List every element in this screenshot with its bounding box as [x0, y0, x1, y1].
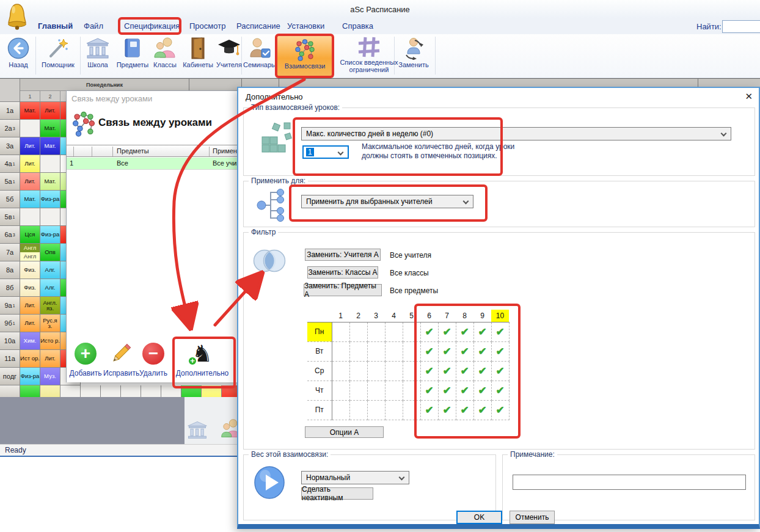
- class-label[interactable]: 9а1: [0, 297, 20, 315]
- class-label[interactable]: 4а1: [0, 155, 20, 173]
- lesson-cell[interactable]: Мат.: [20, 191, 40, 208]
- class-label[interactable]: 8б: [0, 279, 20, 297]
- lesson-cell[interactable]: [20, 208, 40, 226]
- lesson-cell[interactable]: Мат.: [40, 173, 60, 191]
- grid-row-label-Чт[interactable]: Чт: [307, 381, 332, 400]
- menu-item-timetable[interactable]: Расписание: [236, 21, 280, 31]
- grid-cell[interactable]: ✔: [438, 361, 456, 381]
- grid-cell[interactable]: [367, 322, 385, 341]
- link-type-select[interactable]: Макс. количество дней в неделю (#0): [301, 127, 731, 140]
- menu-item-view[interactable]: Просмотр: [189, 21, 225, 31]
- grid-cell[interactable]: [385, 361, 403, 381]
- grid-cell[interactable]: [403, 400, 420, 420]
- grid-cell[interactable]: [385, 322, 403, 341]
- grid-cell[interactable]: [367, 341, 385, 361]
- weight-select[interactable]: Нормальный: [301, 471, 409, 484]
- lesson-cell[interactable]: [40, 208, 60, 226]
- grid-cell[interactable]: ✔: [491, 341, 509, 361]
- grid-cell[interactable]: [367, 361, 385, 381]
- grid-cell[interactable]: ✔: [420, 400, 438, 420]
- grid-col-header-8[interactable]: 8: [456, 310, 473, 322]
- lesson-cell[interactable]: Физ-ра: [40, 226, 60, 244]
- advanced-button[interactable]: ♞+ Дополнительно: [172, 340, 233, 378]
- grid-col-header-10[interactable]: 10: [491, 310, 509, 322]
- grid-cell[interactable]: ✔: [456, 381, 473, 400]
- class-label[interactable]: 9б1: [0, 315, 20, 332]
- lesson-cell[interactable]: [40, 385, 60, 397]
- lesson-cell[interactable]: Исто р.: [40, 332, 60, 350]
- grid-col-header-7[interactable]: 7: [438, 310, 456, 322]
- lesson-cell[interactable]: Англ. яз.: [40, 297, 60, 315]
- close-icon[interactable]: ✕: [745, 91, 753, 102]
- grid-cell[interactable]: [349, 381, 367, 400]
- class-label[interactable]: 1а: [0, 102, 20, 120]
- menu-item-specification[interactable]: Спецификация: [124, 21, 180, 31]
- lesson-cell[interactable]: [60, 385, 81, 397]
- grid-cell[interactable]: [349, 341, 367, 361]
- lesson-cell[interactable]: Мат.: [40, 120, 60, 137]
- grid-cell[interactable]: ✔: [491, 381, 509, 400]
- lesson-cell[interactable]: [81, 385, 101, 397]
- lesson-cell[interactable]: Хим.: [20, 332, 40, 350]
- ok-button[interactable]: OK: [456, 511, 502, 524]
- lesson-cell[interactable]: Цся: [20, 226, 40, 244]
- lesson-cell[interactable]: [181, 385, 202, 397]
- grid-cell[interactable]: [332, 381, 349, 400]
- grid-row-label-Ср[interactable]: Ср: [307, 361, 332, 381]
- grid-cell[interactable]: ✔: [438, 400, 456, 420]
- class-label[interactable]: 5б: [0, 191, 20, 208]
- lesson-cell[interactable]: [121, 385, 141, 397]
- class-label[interactable]: 6а3: [0, 226, 20, 244]
- grid-cell[interactable]: ✔: [491, 361, 509, 381]
- lesson-cell[interactable]: [202, 385, 222, 397]
- grid-col-header-6[interactable]: 6: [420, 310, 438, 322]
- grid-cell[interactable]: ✔: [473, 322, 491, 341]
- lesson-cell[interactable]: [40, 155, 60, 173]
- grid-cell[interactable]: [403, 361, 420, 381]
- grid-cell[interactable]: [385, 400, 403, 420]
- class-label[interactable]: 2а3: [0, 120, 20, 137]
- school-building-icon[interactable]: [187, 420, 208, 442]
- deactivate-button[interactable]: Сделать неактивным: [301, 487, 373, 500]
- grid-cell[interactable]: [403, 322, 420, 341]
- lesson-cell[interactable]: Физ-ра: [40, 191, 60, 208]
- toolbar-button-wizard[interactable]: Помощник: [38, 35, 78, 77]
- grid-cell[interactable]: [349, 322, 367, 341]
- lesson-cell[interactable]: [20, 120, 40, 137]
- lesson-cell[interactable]: Алг.: [40, 279, 60, 297]
- lesson-cell[interactable]: Лит.: [20, 155, 40, 173]
- grid-cell[interactable]: [367, 400, 385, 420]
- days-count-spinner[interactable]: 1: [302, 145, 349, 159]
- grid-cell[interactable]: [385, 381, 403, 400]
- grid-cell[interactable]: [332, 361, 349, 381]
- grid-col-header-9[interactable]: 9: [473, 310, 491, 322]
- options-a-button[interactable]: Опции А: [305, 426, 384, 438]
- grid-cell[interactable]: [385, 341, 403, 361]
- grid-cell[interactable]: ✔: [473, 381, 491, 400]
- delete-button[interactable]: − Удалить: [139, 340, 168, 378]
- grid-cell[interactable]: ✔: [420, 381, 438, 400]
- lesson-cell[interactable]: Лит.: [40, 350, 60, 368]
- lesson-cell[interactable]: Лит.: [20, 315, 40, 332]
- grid-cell[interactable]: ✔: [456, 361, 473, 381]
- class-label[interactable]: 8а: [0, 261, 20, 279]
- replace-classes-button[interactable]: Заменить: Классы А: [307, 266, 378, 279]
- lesson-cell[interactable]: [20, 385, 40, 397]
- grid-col-header-3[interactable]: 3: [367, 310, 385, 322]
- lesson-cell[interactable]: Лит.: [40, 102, 60, 120]
- grid-cell[interactable]: [349, 400, 367, 420]
- toolbar-button-constraints-list[interactable]: Список введенных ограничений: [335, 35, 403, 77]
- class-label[interactable]: 3а: [0, 137, 20, 155]
- grid-cell[interactable]: ✔: [438, 381, 456, 400]
- class-label[interactable]: 5а1: [0, 173, 20, 191]
- lesson-cell[interactable]: Физ-ра: [20, 368, 40, 385]
- lesson-cell[interactable]: Муз.: [40, 368, 60, 385]
- grid-cell[interactable]: ✔: [473, 341, 491, 361]
- apply-to-select[interactable]: Применить для выбранных учителей: [301, 195, 473, 208]
- class-label[interactable]: подг: [0, 368, 20, 385]
- grid-row-label-Пт[interactable]: Пт: [307, 400, 332, 420]
- grid-col-header-4[interactable]: 4: [385, 310, 403, 322]
- grid-col-header-2[interactable]: 2: [349, 310, 367, 322]
- lesson-cell[interactable]: Лит.: [20, 173, 40, 191]
- grid-cell[interactable]: ✔: [456, 400, 473, 420]
